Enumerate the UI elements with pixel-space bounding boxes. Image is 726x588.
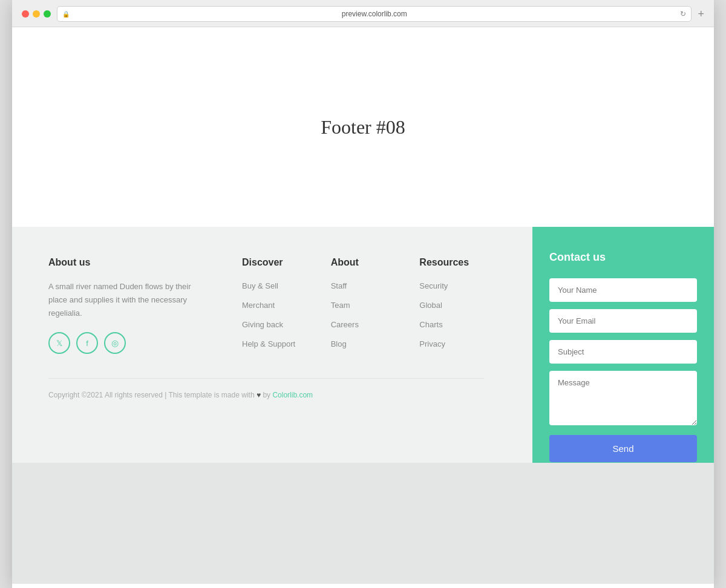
about-link-staff[interactable]: Staff [331,281,347,290]
minimize-button[interactable] [33,10,40,18]
about-col-heading: About [331,257,396,268]
refresh-icon[interactable]: ↻ [680,10,686,18]
about-heading: About us [48,257,206,268]
resources-link-global[interactable]: Global [419,301,442,310]
about-links: Staff Team Careers Blog [331,280,396,349]
footer: About us A small river named Duden flows… [12,227,714,463]
resources-link-security[interactable]: Security [419,281,448,290]
by-text: by [263,391,272,399]
contact-name-input[interactable] [549,278,697,302]
about-link-team[interactable]: Team [331,301,350,310]
resources-link-privacy[interactable]: Privacy [419,339,445,348]
footer-main-row: About us A small river named Duden flows… [48,257,484,354]
twitter-icon[interactable]: 𝕏 [48,332,70,354]
discover-link-merchant[interactable]: Merchant [242,301,275,310]
footer-copyright: Copyright ©2021 All rights reserved | Th… [48,378,484,399]
copyright-text: Copyright ©2021 All rights reserved | Th… [48,391,255,399]
contact-subject-input[interactable] [549,340,697,364]
footer-discover-col: Discover Buy & Sell Merchant Giving back… [242,257,307,354]
discover-heading: Discover [242,257,307,268]
browser-buttons [22,10,51,18]
close-button[interactable] [22,10,29,18]
lock-icon: 🔒 [62,11,70,18]
contact-form: Send [549,278,697,462]
discover-link-buy-sell[interactable]: Buy & Sell [242,281,278,290]
contact-panel: Contact us Send [532,227,714,463]
heart-icon: ♥ [257,391,261,399]
maximize-button[interactable] [44,10,51,18]
about-link-blog[interactable]: Blog [331,339,347,348]
contact-message-input[interactable] [549,371,697,425]
page-title: Footer #08 [321,116,405,139]
discover-links: Buy & Sell Merchant Giving back Help & S… [242,280,307,349]
discover-link-help-support[interactable]: Help & Support [242,339,295,348]
about-description: A small river named Duden flows by their… [48,280,206,320]
resources-heading: Resources [419,257,484,268]
footer-about-links-col: About Staff Team Careers Blog [331,257,396,354]
below-footer [12,463,714,584]
page-hero: Footer #08 [12,27,714,227]
contact-heading: Contact us [549,251,697,264]
new-tab-button[interactable]: + [698,8,704,21]
colorlib-link[interactable]: Colorlib.com [272,391,313,399]
instagram-icon[interactable]: ◎ [104,332,126,354]
footer-about-col: About us A small river named Duden flows… [48,257,206,354]
send-button[interactable]: Send [549,435,697,462]
address-bar[interactable]: 🔒 preview.colorlib.com ↻ [57,6,692,22]
facebook-icon[interactable]: f [76,332,98,354]
resources-links: Security Global Charts Privacy [419,280,484,349]
social-icons: 𝕏 f ◎ [48,332,206,354]
footer-resources-col: Resources Security Global Charts Privacy [419,257,484,354]
resources-link-charts[interactable]: Charts [419,320,442,329]
about-link-careers[interactable]: Careers [331,320,359,329]
url-text: preview.colorlib.com [342,10,407,18]
contact-email-input[interactable] [549,309,697,333]
discover-link-giving-back[interactable]: Giving back [242,320,283,329]
